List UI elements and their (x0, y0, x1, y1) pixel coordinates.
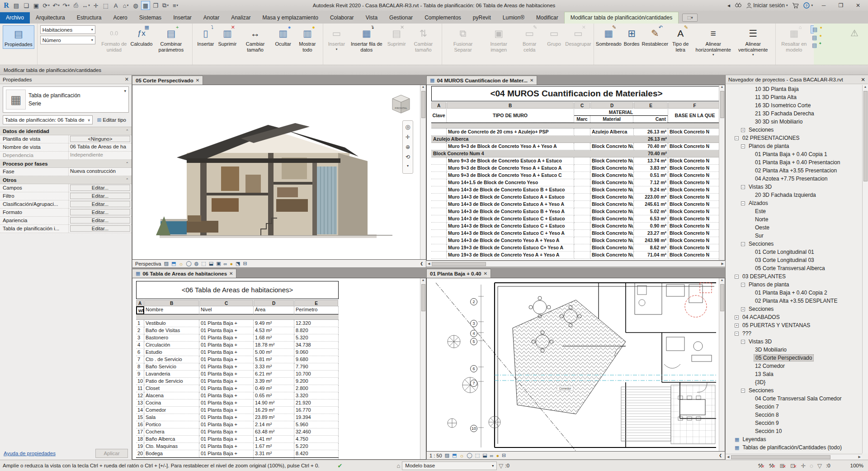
muros-cell[interactable] (574, 128, 590, 136)
muros-cell[interactable]: Muro 14+3 de Block de Concreto Estuco A … (447, 201, 574, 208)
browser-close-icon[interactable]: ✕ (861, 76, 865, 83)
muros-cell[interactable] (431, 172, 447, 179)
editable-only-icon[interactable]: ⚒✕ (758, 462, 764, 469)
schedule-header-cell[interactable]: wt (136, 306, 144, 314)
muros-cell[interactable]: Muro 19+3 de Block de Concreto Yeso A + … (447, 252, 574, 259)
property-value[interactable]: <Ninguno> (69, 135, 132, 143)
tree-item[interactable]: −??? (726, 329, 862, 338)
alinear-verticalmente-button[interactable]: ☰Alinear verticalmente▾ (734, 25, 773, 57)
schedule-cell[interactable]: Baño Servicio (144, 363, 199, 371)
detail-level-icon[interactable]: ▨ (164, 261, 168, 266)
muros-row[interactable]: Muro 14+3 de Block de Concreto Estuco B … (431, 208, 722, 215)
schedule-canvas[interactable]: <06 Tabla de Areas de habitaciones>ABCDE… (132, 278, 426, 460)
schedule-cell[interactable]: 20 (136, 450, 144, 457)
tree-item[interactable]: 16 3D Isometrico Corte (726, 101, 862, 109)
muros-group-row[interactable]: Azulejo Alberca26.13 m² (431, 136, 722, 143)
render-icon[interactable]: ◍ (131, 1, 140, 10)
tree-item[interactable]: 12 Comedor (726, 362, 862, 370)
schedule-row[interactable]: 13Cocina01 Planta Baja +14.90 m²21.920 (136, 400, 339, 407)
schedule-cell[interactable]: 01 Planta Baja + (199, 356, 254, 363)
tree-item[interactable]: −02 PRESENTACIONES (726, 134, 862, 142)
muros-cell[interactable]: Muro 9+3 de Block de Concreto Yeso A + E… (447, 165, 574, 172)
muros-row[interactable]: Muro 14+3 de Block de Concreto Estuco B … (431, 186, 722, 194)
tree-item[interactable]: +Secciones (726, 126, 862, 134)
property-edit-button[interactable]: Editar... (70, 217, 130, 224)
open-icon[interactable]: ❏ (22, 1, 31, 10)
schedule-cell[interactable]: 32.460 (294, 428, 339, 436)
revit-logo[interactable]: R (2, 1, 11, 10)
muros-cell[interactable]: Muro 14+1.5 de Block de Concreto Yeso (447, 179, 574, 186)
tab-06-tabla-areas[interactable]: ▦ 06 Tabla de Areas de habitaciones ✕ (132, 269, 236, 278)
muros-cell[interactable] (431, 128, 447, 136)
schedule-cell[interactable]: 5.220 (294, 443, 339, 450)
schedule-cell[interactable]: 11 (136, 385, 144, 392)
edit-type-button[interactable]: ⊞ Editar tipo (94, 115, 129, 125)
crop-region-visible-icon[interactable]: ⬓ (482, 452, 487, 458)
reveal-hidden-icon[interactable]: ● (496, 453, 499, 458)
collapse-icon[interactable]: − (735, 332, 739, 336)
tree-item[interactable]: −Planos de planta (726, 142, 862, 150)
type-selector-arrow-icon[interactable]: ▾ (124, 89, 126, 93)
muros-row[interactable]: Muro 9+3 de Block de Concreto Yeso A + E… (431, 165, 722, 172)
schedule-cell[interactable]: 1.67 m² (254, 443, 294, 450)
muros-cell[interactable]: Muro 14+3 de Block de Concreto Estuco A … (447, 194, 574, 201)
calculado-button[interactable]: ƒx▦Calculado (131, 25, 152, 48)
tree-item[interactable]: −Secciones (726, 240, 862, 248)
property-value[interactable]: Independiente (69, 152, 132, 159)
schedule-cell[interactable]: Sala (144, 414, 199, 421)
muros-cell[interactable]: Muro 14+3 de Block de Concreto Estuco B … (447, 186, 574, 194)
visual-style-icon[interactable]: ⬒ (171, 261, 176, 266)
3d-view-canvas[interactable]: FRONTAL ◎ ✛ ⊕ ⟲ ▾ ▲ (132, 85, 426, 260)
field-select[interactable]: Habitaciones▾ (40, 25, 95, 34)
schedule-cell[interactable]: 8.820 (294, 327, 339, 334)
muros-row[interactable]: Muro 9+3 de Block de Concreto Yeso A + E… (431, 172, 722, 179)
muros-cell[interactable]: Block Concreto Num 6 (590, 223, 634, 230)
muros-cell[interactable] (574, 194, 590, 201)
property-edit-button[interactable]: Editar... (70, 209, 130, 215)
muros-cell[interactable]: 223.00 m² (634, 194, 668, 201)
schedule-cell[interactable]: 9 (136, 371, 144, 378)
tree-item[interactable]: 01 Corte Longitudinal 01 (726, 248, 862, 256)
schedule-cell[interactable]: 12.320 (294, 320, 339, 327)
properties-section-header[interactable]: Proceso por fases⌃ (0, 160, 132, 168)
schedule-cell[interactable]: 01 Planta Baja + (199, 363, 254, 371)
tree-item[interactable]: ▦Tablas de planificación/Cantidades (tod… (726, 443, 862, 452)
viewbar-scroll-icon[interactable]: ❮ (420, 262, 423, 266)
muros-cell[interactable] (574, 201, 590, 208)
muros-cell[interactable] (431, 201, 447, 208)
schedule-cell[interactable]: 01 Planta Baja + (199, 371, 254, 378)
schedule-cell[interactable]: 14 (136, 407, 144, 414)
tree-item[interactable]: −Vistas 3D (726, 183, 862, 191)
temporary-hide-icon[interactable]: ∞ (490, 453, 494, 458)
muros-cell[interactable] (574, 244, 590, 252)
ribbon-tab-pyrevit[interactable]: pyRevit (467, 12, 497, 24)
muros-cell[interactable]: Block Concreto N (668, 230, 722, 237)
schedule-cell[interactable]: 9.49 m² (254, 320, 294, 327)
muros-cell[interactable]: Block Concreto N (668, 194, 722, 201)
schedule-cell[interactable]: 5.81 m² (254, 356, 294, 363)
muros-cell[interactable]: 8.62 m² (634, 244, 668, 252)
muros-cell[interactable]: 13.74 m² (634, 157, 668, 165)
modify-states-icon[interactable]: ⬚▾ (682, 14, 698, 22)
muros-cell[interactable]: Block Concreto Num 6 (590, 194, 634, 201)
crop-region-visible-icon[interactable]: ⬓ (209, 261, 213, 266)
properties-window-icon[interactable]: ▤ (12, 1, 21, 10)
schedule-row[interactable]: 2Baño de Visitas01 Planta Baja +4.53 m²8… (136, 327, 339, 334)
ribbon-tab-modificar-tabla-de-planificaci-n-cantidades[interactable]: Modificar tabla de planificación/cantida… (564, 12, 679, 24)
restablecer-button[interactable]: ✎↶Restablecer (643, 25, 667, 48)
muros-cell[interactable] (574, 143, 590, 150)
muros-cell[interactable]: Block Concreto Num 6 (590, 157, 634, 165)
move-icon[interactable]: ✛ (91, 1, 100, 10)
muros-cell[interactable]: 71.04 m² (634, 252, 668, 259)
schedule-cell[interactable]: 4 (136, 342, 144, 349)
column-letter[interactable]: D (590, 102, 633, 109)
muros-cell[interactable]: Block Concreto N (668, 244, 722, 252)
muros-cell[interactable] (431, 252, 447, 259)
exclude-options-icon[interactable]: ⊡✕ (790, 462, 797, 469)
schedule-cell[interactable]: 3 (136, 334, 144, 342)
schedule-icon[interactable]: ▦ (141, 1, 150, 10)
muros-row[interactable]: Muro 19+3 de Block de Concreto Estuco C+… (431, 244, 722, 252)
type-selector[interactable]: ▦ Tabla de planificación Serie ▾ (3, 86, 129, 113)
schedule-cell[interactable]: 8.420 (294, 450, 339, 457)
muros-cell[interactable]: Block Concreto Num 6 (590, 179, 634, 186)
